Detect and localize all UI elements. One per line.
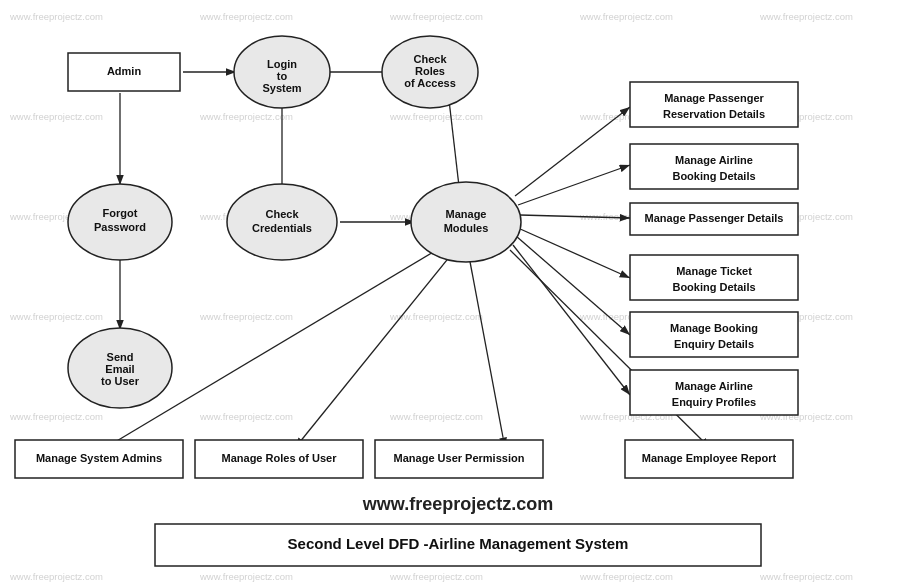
svg-line-12	[516, 236, 630, 335]
manage-modules-label1: Manage	[446, 208, 487, 220]
watermark-23: www.freeprojectz.com	[389, 411, 483, 422]
manage-airline-enquiry-label1: Manage Airline	[675, 380, 753, 392]
send-email-label3: to User	[101, 375, 140, 387]
check-roles-label1: Check	[413, 53, 447, 65]
login-label2: to	[277, 70, 288, 82]
watermark-bottom-2: www.freeprojectz.com	[199, 571, 293, 582]
watermark-22: www.freeprojectz.com	[199, 411, 293, 422]
watermark-1: www.freeprojectz.com	[9, 11, 103, 22]
watermark-4: www.freeprojectz.com	[579, 11, 673, 22]
manage-passenger-reservation-label2: Reservation Details	[663, 108, 765, 120]
watermark-2: www.freeprojectz.com	[199, 11, 293, 22]
diagram-container: www.freeprojectz.com www.freeprojectz.co…	[0, 0, 916, 587]
manage-roles-label: Manage Roles of User	[222, 452, 338, 464]
check-credentials-label1: Check	[265, 208, 299, 220]
watermark-bottom-4: www.freeprojectz.com	[579, 571, 673, 582]
send-email-label1: Send	[107, 351, 134, 363]
watermark-21: www.freeprojectz.com	[9, 411, 103, 422]
watermark-bottom-5: www.freeprojectz.com	[759, 571, 853, 582]
manage-user-permission-label: Manage User Permission	[394, 452, 525, 464]
watermark-3: www.freeprojectz.com	[389, 11, 483, 22]
watermark-16: www.freeprojectz.com	[9, 311, 103, 322]
send-email-label2: Email	[105, 363, 134, 375]
manage-passenger-details-label: Manage Passenger Details	[645, 212, 784, 224]
watermark-6: www.freeprojectz.com	[9, 111, 103, 122]
manage-passenger-reservation-label1: Manage Passenger	[664, 92, 764, 104]
manage-ticket-booking-node	[630, 255, 798, 300]
manage-airline-booking-node	[630, 144, 798, 189]
login-label: Login	[267, 58, 297, 70]
watermark-18: www.freeprojectz.com	[389, 311, 483, 322]
watermark-7: www.freeprojectz.com	[199, 111, 293, 122]
check-roles-label2: Roles	[415, 65, 445, 77]
manage-airline-enquiry-node	[630, 370, 798, 415]
watermark-5: www.freeprojectz.com	[759, 11, 853, 22]
manage-airline-booking-label1: Manage Airline	[675, 154, 753, 166]
watermark-bottom-3: www.freeprojectz.com	[389, 571, 483, 582]
manage-booking-enquiry-label2: Enquiry Details	[674, 338, 754, 350]
watermark-8: www.freeprojectz.com	[389, 111, 483, 122]
manage-modules-label2: Modules	[444, 222, 489, 234]
manage-employee-report-label: Manage Employee Report	[642, 452, 777, 464]
watermark-17: www.freeprojectz.com	[199, 311, 293, 322]
forgot-password-label1: Forgot	[103, 207, 138, 219]
manage-booking-enquiry-label1: Manage Booking	[670, 322, 758, 334]
check-roles-label3: of Access	[404, 77, 456, 89]
watermark-bottom-1: www.freeprojectz.com	[9, 571, 103, 582]
website-text: www.freeprojectz.com	[362, 494, 553, 514]
svg-line-9	[518, 165, 630, 205]
manage-airline-booking-label2: Booking Details	[672, 170, 755, 182]
manage-ticket-booking-label1: Manage Ticket	[676, 265, 752, 277]
manage-ticket-booking-label2: Booking Details	[672, 281, 755, 293]
manage-airline-enquiry-label2: Enquiry Profiles	[672, 396, 756, 408]
manage-booking-enquiry-node	[630, 312, 798, 357]
admin-label: Admin	[107, 65, 142, 77]
check-credentials-label2: Credentials	[252, 222, 312, 234]
login-label3: System	[262, 82, 301, 94]
manage-system-admins-label: Manage System Admins	[36, 452, 162, 464]
svg-line-8	[515, 107, 630, 196]
forgot-password-label2: Password	[94, 221, 146, 233]
manage-passenger-reservation-node	[630, 82, 798, 127]
title-text: Second Level DFD -Airline Management Sys…	[288, 535, 629, 552]
